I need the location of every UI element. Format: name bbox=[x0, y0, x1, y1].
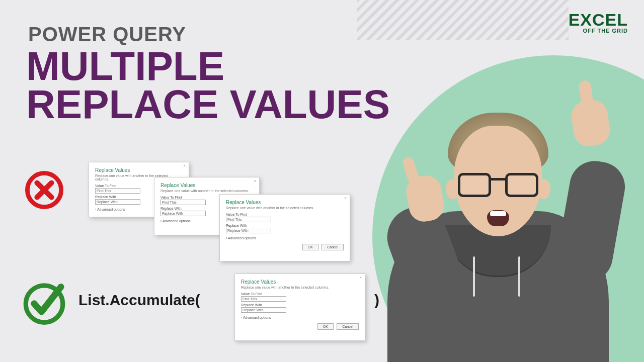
cancel-button: Cancel bbox=[321, 244, 344, 250]
presenter-photo bbox=[382, 90, 614, 362]
close-icon: × bbox=[183, 163, 186, 168]
close-icon: × bbox=[344, 196, 347, 200]
logo-main: EXCEL bbox=[569, 12, 628, 28]
cancel-button: Cancel bbox=[337, 323, 359, 330]
check-icon bbox=[21, 279, 67, 325]
advanced-toggle: › Advanced options bbox=[241, 316, 359, 319]
input-find: Find This bbox=[226, 217, 271, 222]
dialog-subtitle: Replace one value with another in the se… bbox=[160, 189, 253, 193]
close-icon: × bbox=[254, 178, 256, 183]
function-close-paren: ) bbox=[374, 292, 379, 309]
dialog-title: Replace Values bbox=[226, 200, 344, 205]
replace-values-dialog-single: × Replace Values Replace one value with … bbox=[234, 274, 365, 341]
ok-button: OK bbox=[302, 244, 318, 250]
dialog-subtitle: Replace one value with another in the se… bbox=[226, 206, 344, 210]
dialog-title: Replace Values bbox=[95, 167, 183, 173]
cross-icon bbox=[24, 170, 64, 210]
label-replace: Replace With bbox=[241, 303, 359, 307]
advanced-toggle: › Advanced options bbox=[226, 236, 344, 240]
input-find: Find This bbox=[241, 296, 286, 302]
label-find: Value To Find bbox=[241, 292, 359, 296]
main-title: MULTIPLE REPLACE VALUES bbox=[26, 47, 390, 124]
label-replace: Replace With bbox=[226, 224, 344, 227]
function-name: List.Accumulate( bbox=[78, 292, 200, 309]
input-find: Find This bbox=[95, 188, 140, 194]
input-replace: Replace With bbox=[226, 228, 271, 233]
dialog-title: Replace Values bbox=[160, 183, 253, 188]
dialog-subtitle: Replace one value with another in the se… bbox=[241, 286, 359, 289]
ok-button: OK bbox=[317, 323, 334, 330]
dialog-title: Replace Values bbox=[241, 279, 359, 285]
replace-values-dialog-3: × Replace Values Replace one value with … bbox=[219, 194, 350, 261]
decorative-stripes bbox=[357, 0, 569, 40]
series-subtitle: POWER QUERY bbox=[28, 23, 186, 46]
label-find: Value To Find bbox=[226, 213, 344, 216]
input-replace: Replace With bbox=[160, 211, 206, 216]
title-line-2: REPLACE VALUES bbox=[26, 82, 390, 127]
close-icon: × bbox=[359, 275, 362, 280]
brand-logo: EXCEL OFF THE GRID bbox=[569, 12, 628, 34]
input-replace: Replace With bbox=[241, 307, 286, 313]
input-replace: Replace With bbox=[95, 199, 140, 205]
input-find: Find This bbox=[160, 200, 206, 205]
